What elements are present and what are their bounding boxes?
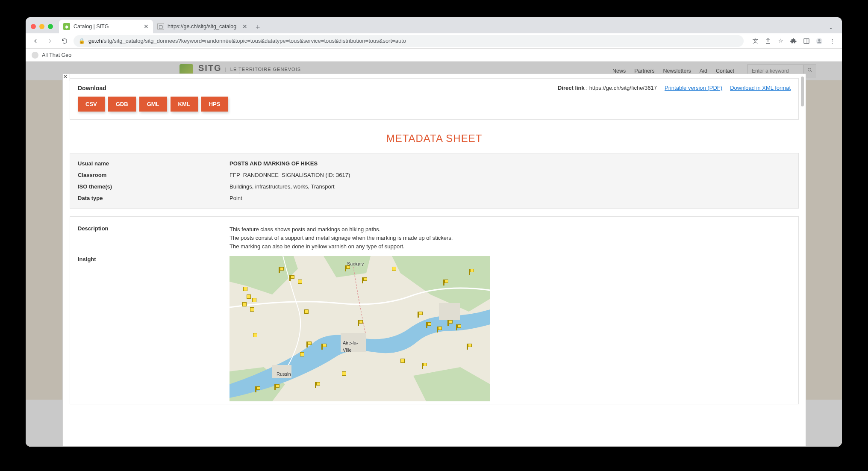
direct-link-url: https://ge.ch/sitg/fiche/3617: [589, 85, 657, 91]
format-gml-button[interactable]: GML: [139, 97, 167, 112]
map-flag-icon: [362, 277, 363, 283]
svg-rect-9: [439, 303, 460, 320]
window-controls: [31, 24, 53, 29]
map-marker-icon: [400, 359, 405, 363]
map-flag-icon: [467, 344, 468, 350]
map-flag-icon: [255, 386, 256, 392]
direct-links: Direct link : https://ge.ch/sitg/fiche/3…: [558, 85, 791, 91]
favicon-icon: ▢: [157, 23, 164, 30]
back-button[interactable]: [30, 35, 41, 47]
map-flag-icon: [279, 267, 280, 273]
profile-icon[interactable]: [814, 35, 825, 47]
map-marker-icon: [304, 309, 309, 314]
description-label: Description: [78, 225, 230, 251]
bookmark-item[interactable]: All That Geo: [42, 52, 71, 58]
description-panel: Description This feature class shows pos…: [70, 216, 799, 404]
close-tab-icon[interactable]: ✕: [144, 23, 149, 30]
map-town-label: Aire-la- Ville: [343, 339, 358, 354]
usual-name-label: Usual name: [78, 160, 230, 167]
viewport: SITG | LE TERRITOIRE GENEVOIS À LA CARTE…: [26, 62, 842, 447]
svg-rect-0: [804, 38, 809, 43]
map-marker-icon: [298, 280, 302, 284]
tab-catalog[interactable]: ◆ Catalog | SITG ✕: [59, 20, 153, 33]
insight-label: Insight: [78, 256, 230, 401]
metadata-sheet-title: METADATA SHEET: [67, 132, 801, 144]
map-preview: Sacigny Aire-la- Ville Russin: [230, 256, 490, 401]
star-icon[interactable]: ☆: [775, 35, 786, 47]
map-flag-icon: [469, 269, 470, 275]
map-marker-icon: [252, 298, 256, 302]
map-flag-icon: [306, 341, 308, 347]
maximize-window[interactable]: [48, 24, 53, 29]
tab-title: Catalog | SITG: [74, 24, 138, 29]
map-marker-icon: [242, 302, 247, 306]
map-marker-icon: [243, 287, 247, 291]
address-bar[interactable]: 🔒 ge.ch/sitg/sitg_catalog/sitg_donnees?k…: [74, 35, 744, 47]
format-csv-button[interactable]: CSV: [78, 97, 105, 112]
format-hps-button[interactable]: HPS: [201, 97, 228, 112]
format-buttons: CSV GDB GML KML HPS: [78, 97, 791, 112]
toolbar: 🔒 ge.ch/sitg/sitg_catalog/sitg_donnees?k…: [26, 33, 842, 49]
close-tab-icon[interactable]: ✕: [242, 23, 247, 30]
minimize-window[interactable]: [39, 24, 44, 29]
format-gdb-button[interactable]: GDB: [108, 97, 136, 112]
map-flag-icon: [289, 275, 291, 281]
map-flag-icon: [418, 312, 419, 318]
download-heading: Download: [78, 85, 106, 91]
map-marker-icon: [250, 307, 254, 312]
share-icon[interactable]: [762, 35, 774, 47]
translate-icon[interactable]: 文: [750, 35, 761, 47]
tabs-dropdown-icon[interactable]: ⌄: [825, 21, 837, 33]
modal-body: Download Direct link : https://ge.ch/sit…: [63, 74, 806, 446]
data-type-label: Data type: [78, 195, 230, 201]
map-flag-icon: [422, 363, 423, 369]
close-window[interactable]: [31, 24, 36, 29]
map-flag-icon: [456, 324, 457, 330]
extensions-icon[interactable]: [788, 35, 799, 47]
map-flag-icon: [443, 280, 444, 286]
sidepanel-icon[interactable]: [801, 35, 812, 47]
map-flag-icon: [426, 322, 427, 328]
usual-name-value: POSTS AND MARKING OF HIKES: [230, 160, 791, 167]
browser-window: ◆ Catalog | SITG ✕ ▢ https://ge.ch/sitg/…: [26, 17, 842, 447]
metadata-modal: ✕ Download Direct link : https://ge.ch/s…: [62, 74, 806, 447]
map-flag-icon: [274, 384, 276, 390]
svg-point-3: [818, 39, 820, 41]
url-host: ge.ch: [88, 38, 102, 44]
download-xml-link[interactable]: Download in XML format: [730, 85, 791, 91]
format-kml-button[interactable]: KML: [171, 97, 198, 112]
bookmarks-bar: All That Geo: [26, 49, 842, 62]
map-flag-icon: [437, 327, 438, 333]
tab-title: https://ge.ch/sitg/sitg_catalog: [168, 24, 236, 29]
menu-icon[interactable]: ⋮: [827, 35, 838, 47]
map-marker-icon: [247, 294, 251, 299]
metadata-summary-panel: Usual namePOSTS AND MARKING OF HIKES Cla…: [70, 153, 799, 209]
iso-themes-label: ISO theme(s): [78, 183, 230, 190]
download-panel: Download Direct link : https://ge.ch/sit…: [70, 78, 799, 120]
classroom-value: FFP_RANDONNEE_SIGNALISATION (ID: 3617): [230, 172, 791, 178]
map-flag-icon: [321, 344, 323, 350]
map-marker-icon: [253, 333, 257, 337]
insight-map: Sacigny Aire-la- Ville Russin: [230, 256, 791, 401]
map-flag-icon: [358, 320, 359, 326]
url-path: /sitg/sitg_catalog/sitg_donnees?keyword=…: [102, 38, 406, 44]
map-flag-icon: [345, 265, 346, 271]
map-flag-icon: [447, 320, 449, 326]
tabbar: ◆ Catalog | SITG ✕ ▢ https://ge.ch/sitg/…: [26, 17, 842, 33]
map-marker-icon: [300, 352, 304, 356]
map-flag-icon: [315, 382, 316, 388]
printable-pdf-link[interactable]: Printable version (PDF): [665, 85, 722, 91]
favicon-icon: ◆: [63, 23, 70, 30]
forward-button[interactable]: [44, 35, 56, 47]
bookmark-favicon-icon: [32, 52, 38, 59]
map-town-label: Russin: [277, 371, 291, 378]
classroom-label: Classroom: [78, 172, 230, 178]
reload-button[interactable]: [59, 35, 70, 47]
close-modal-button[interactable]: ✕: [62, 74, 70, 81]
new-tab-button[interactable]: +: [252, 21, 264, 33]
lock-icon: 🔒: [79, 38, 85, 44]
data-type-value: Point: [230, 195, 791, 201]
tab-second[interactable]: ▢ https://ge.ch/sitg/sitg_catalog ✕: [153, 20, 252, 33]
iso-themes-value: Buildings, infrastructures, works, Trans…: [230, 183, 791, 190]
map-marker-icon: [342, 371, 346, 376]
